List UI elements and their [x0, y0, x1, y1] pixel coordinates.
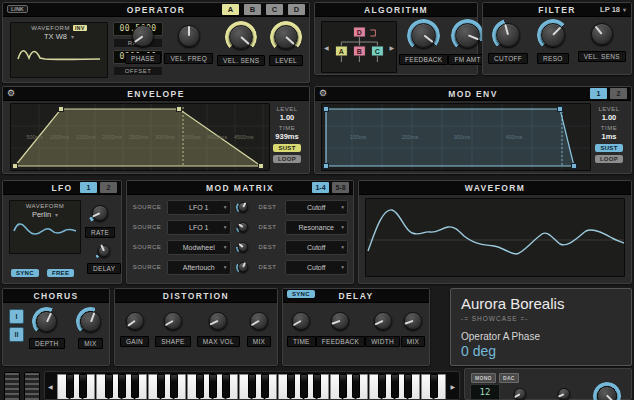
- env-handle[interactable]: [572, 164, 577, 169]
- chorus-mix-knob[interactable]: [76, 307, 105, 336]
- master-knob-1[interactable]: [511, 385, 529, 400]
- mod-amount-knob[interactable]: [236, 240, 251, 255]
- dest-select[interactable]: Cutoff▾: [285, 260, 349, 275]
- matrix-tab-1-4[interactable]: 1-4: [312, 182, 329, 193]
- distortion-gain-knob[interactable]: [122, 308, 148, 334]
- distortion-max-vol-knob[interactable]: [205, 308, 231, 334]
- source-select[interactable]: Modwheel▾: [167, 240, 231, 255]
- piano-black-key[interactable]: [287, 374, 295, 398]
- piano-black-key[interactable]: [430, 374, 438, 398]
- tab-operator-c[interactable]: C: [266, 4, 283, 15]
- keyboard-scroll-left[interactable]: ◀: [48, 383, 53, 390]
- piano-black-key[interactable]: [118, 374, 126, 398]
- vel-sens-knob[interactable]: [225, 21, 257, 53]
- piano-black-key[interactable]: [404, 374, 412, 398]
- piano-black-key[interactable]: [170, 374, 178, 398]
- vel-freq-knob[interactable]: [174, 21, 204, 51]
- delay-mix-knob[interactable]: [400, 308, 426, 334]
- voices-display[interactable]: 12: [470, 384, 500, 400]
- sustain-button[interactable]: SUST: [273, 144, 300, 152]
- level-knob[interactable]: [270, 21, 302, 53]
- piano-black-key[interactable]: [79, 374, 87, 398]
- mod-env-tab-1[interactable]: 1: [590, 88, 607, 99]
- algorithm-next-arrow[interactable]: ▶: [389, 44, 394, 51]
- loop-button[interactable]: LOOP: [273, 155, 301, 163]
- env-handle[interactable]: [177, 107, 182, 112]
- source-select[interactable]: Aftertouch▾: [167, 260, 231, 275]
- fm-amt-knob[interactable]: [451, 19, 484, 52]
- lfo-tab-1[interactable]: 1: [80, 182, 97, 193]
- lfo-delay-knob[interactable]: [94, 241, 114, 261]
- lfo-rate-knob[interactable]: [88, 201, 112, 225]
- env-handle[interactable]: [324, 164, 329, 169]
- distortion-mix-knob[interactable]: [246, 308, 272, 334]
- gear-icon[interactable]: ⚙: [319, 88, 327, 99]
- piano-black-key[interactable]: [105, 374, 113, 398]
- mod-env-tab-2[interactable]: 2: [610, 88, 627, 99]
- matrix-tab-5-8[interactable]: 5-8: [332, 182, 349, 193]
- delay-time-knob[interactable]: [288, 308, 314, 334]
- env-handle[interactable]: [324, 107, 329, 112]
- keyboard-scroll-right[interactable]: ▶: [450, 383, 455, 390]
- cutoff-knob[interactable]: [492, 19, 524, 51]
- filter-mode-select[interactable]: LP 18▾: [600, 4, 626, 15]
- piano-black-key[interactable]: [222, 374, 230, 398]
- piano-black-key[interactable]: [66, 374, 74, 398]
- dest-select[interactable]: Cutoff▾: [285, 200, 349, 215]
- lfo-wave-select[interactable]: Perlin▾: [32, 210, 58, 219]
- master-volume-knob[interactable]: [593, 382, 621, 400]
- operator-wave-select[interactable]: TX W8▾: [44, 32, 74, 41]
- mod-amount-knob[interactable]: [236, 200, 251, 215]
- tab-operator-d[interactable]: D: [288, 4, 305, 15]
- feedback-knob[interactable]: [407, 19, 440, 52]
- chorus-mode-2-button[interactable]: II: [9, 327, 24, 342]
- source-select[interactable]: LFO 1▾: [167, 200, 231, 215]
- lfo-tab-2[interactable]: 2: [100, 182, 117, 193]
- link-button[interactable]: LINK: [7, 5, 28, 13]
- piano-black-key[interactable]: [391, 374, 399, 398]
- delay-width-knob[interactable]: [370, 308, 396, 334]
- mono-button[interactable]: MONO: [471, 373, 496, 383]
- piano-black-key[interactable]: [261, 374, 269, 398]
- envelope-graph[interactable]: 500ms1000ms 1500ms2000ms 2500ms3000ms 35…: [10, 103, 270, 171]
- lfo-free-button[interactable]: FREE: [47, 269, 74, 277]
- delay-sync-button[interactable]: SYNC: [287, 290, 315, 298]
- env-handle[interactable]: [558, 107, 563, 112]
- mod-env-graph[interactable]: 100ms200ms 300ms400ms: [321, 103, 591, 171]
- piano-black-key[interactable]: [352, 374, 360, 398]
- source-select[interactable]: LFO 1▾: [167, 220, 231, 235]
- filter-vel-sens-knob[interactable]: [587, 19, 617, 49]
- piano-black-key[interactable]: [131, 374, 139, 398]
- env-handle[interactable]: [59, 107, 64, 112]
- piano-black-key[interactable]: [209, 374, 217, 398]
- dac-button[interactable]: DAC: [499, 373, 519, 383]
- mod-amount-knob[interactable]: [236, 260, 251, 275]
- piano-black-key[interactable]: [300, 374, 308, 398]
- delay-feedback-knob[interactable]: [327, 308, 353, 334]
- sustain-button[interactable]: SUST: [595, 144, 622, 152]
- dest-select[interactable]: Cutoff▾: [285, 240, 349, 255]
- env-handle[interactable]: [259, 164, 264, 169]
- invert-button[interactable]: INV: [73, 25, 87, 31]
- piano-black-key[interactable]: [248, 374, 256, 398]
- piano-black-key[interactable]: [313, 374, 321, 398]
- piano-black-key[interactable]: [157, 374, 165, 398]
- piano-black-key[interactable]: [339, 374, 347, 398]
- dest-select[interactable]: Resonance▾: [285, 220, 349, 235]
- chorus-mode-1-button[interactable]: I: [9, 309, 24, 324]
- distortion-shape-knob[interactable]: [160, 308, 186, 334]
- piano-black-key[interactable]: [378, 374, 386, 398]
- lfo-sync-button[interactable]: SYNC: [11, 269, 39, 277]
- tab-operator-a[interactable]: A: [222, 4, 239, 15]
- chorus-depth-knob[interactable]: [32, 307, 61, 336]
- tab-operator-b[interactable]: B: [244, 4, 261, 15]
- master-knob-2[interactable]: [555, 385, 573, 400]
- mod-wheel[interactable]: [24, 372, 40, 400]
- mod-amount-knob[interactable]: [236, 220, 251, 235]
- loop-button[interactable]: LOOP: [595, 155, 623, 163]
- piano-black-key[interactable]: [196, 374, 204, 398]
- pitch-wheel[interactable]: [4, 372, 20, 400]
- reso-knob[interactable]: [537, 19, 569, 51]
- gear-icon[interactable]: ⚙: [7, 88, 15, 99]
- env-handle[interactable]: [13, 164, 18, 169]
